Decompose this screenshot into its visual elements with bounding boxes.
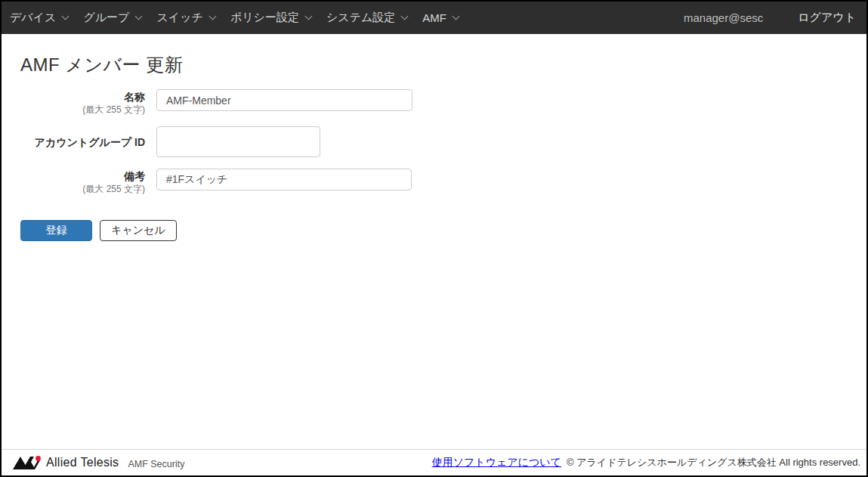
copyright-text: © アライドテレシスホールディングス株式会社 All rights reserv… bbox=[567, 456, 860, 469]
remarks-input[interactable] bbox=[156, 169, 412, 190]
cancel-button[interactable]: キャンセル bbox=[100, 220, 177, 241]
account-group-id-label: アカウントグループ ID bbox=[2, 135, 145, 149]
navbar: デバイス グループ スイッチ ポリシー設定 システム設定 AMF bbox=[2, 2, 866, 34]
chevron-down-icon bbox=[209, 13, 216, 20]
chevron-down-icon bbox=[62, 13, 70, 20]
brand-text: Allied Telesis bbox=[46, 456, 119, 469]
chevron-down-icon bbox=[453, 13, 460, 20]
allied-telesis-logo-icon bbox=[13, 455, 42, 470]
app-window: デバイス グループ スイッチ ポリシー設定 システム設定 AMF bbox=[0, 0, 868, 477]
chevron-down-icon bbox=[135, 13, 143, 20]
chevron-down-icon bbox=[401, 13, 409, 20]
footer: Allied Telesis AMF Security 使用ソフトウェアについて… bbox=[2, 449, 866, 475]
name-field-label-column: 名称 (最大 255 文字) bbox=[2, 89, 145, 116]
logout-button[interactable]: ログアウト bbox=[798, 11, 857, 25]
nav-item-label: グループ bbox=[83, 11, 129, 25]
remarks-field-label-column: 備考 (最大 255 文字) bbox=[2, 169, 145, 195]
nav-item-policy-settings[interactable]: ポリシー設定 bbox=[230, 11, 311, 25]
navbar-account-area: manager@sesc ログアウト bbox=[684, 11, 857, 25]
amf-member-update-form: 名称 (最大 255 文字) アカウントグループ ID 備考 (最大 2 bbox=[2, 89, 866, 241]
nav-item-label: スイッチ bbox=[156, 11, 202, 25]
remarks-field-hint: (最大 255 文字) bbox=[2, 183, 145, 195]
page-title: AMF メンバー 更新 bbox=[20, 54, 866, 76]
nav-item-group[interactable]: グループ bbox=[83, 11, 141, 25]
account-group-id-label-column: アカウントグループ ID bbox=[2, 135, 145, 149]
remarks-field-label: 備考 bbox=[2, 169, 145, 183]
account-group-id-input[interactable] bbox=[156, 126, 320, 157]
product-name: AMF Security bbox=[128, 457, 184, 469]
nav-item-label: AMF bbox=[422, 11, 446, 24]
chevron-down-icon bbox=[304, 13, 312, 20]
form-button-row: 登録 キャンセル bbox=[20, 220, 866, 241]
nav-item-device[interactable]: デバイス bbox=[10, 11, 68, 25]
name-field-row: 名称 (最大 255 文字) bbox=[2, 89, 866, 116]
name-field-label: 名称 bbox=[2, 90, 145, 104]
remarks-field-row: 備考 (最大 255 文字) bbox=[2, 169, 866, 195]
submit-button[interactable]: 登録 bbox=[20, 220, 92, 241]
name-field-hint: (最大 255 文字) bbox=[2, 104, 145, 116]
account-group-id-field-row: アカウントグループ ID bbox=[2, 126, 866, 157]
nav-item-label: ポリシー設定 bbox=[230, 11, 299, 25]
software-info-link[interactable]: 使用ソフトウェアについて bbox=[432, 456, 561, 469]
main-content: AMF メンバー 更新 名称 (最大 255 文字) アカウントグループ ID bbox=[2, 34, 866, 449]
name-input[interactable] bbox=[156, 89, 412, 111]
footer-brand-area: Allied Telesis AMF Security bbox=[13, 455, 184, 470]
nav-item-amf[interactable]: AMF bbox=[422, 11, 459, 24]
footer-legal-area: 使用ソフトウェアについて © アライドテレシスホールディングス株式会社 All … bbox=[432, 456, 860, 469]
logged-in-user: manager@sesc bbox=[684, 11, 763, 24]
nav-item-label: デバイス bbox=[10, 11, 56, 25]
nav-item-label: システム設定 bbox=[326, 11, 395, 25]
nav-item-system-settings[interactable]: システム設定 bbox=[326, 11, 407, 25]
navbar-menu: デバイス グループ スイッチ ポリシー設定 システム設定 AMF bbox=[10, 11, 474, 25]
nav-item-switch[interactable]: スイッチ bbox=[156, 11, 215, 25]
